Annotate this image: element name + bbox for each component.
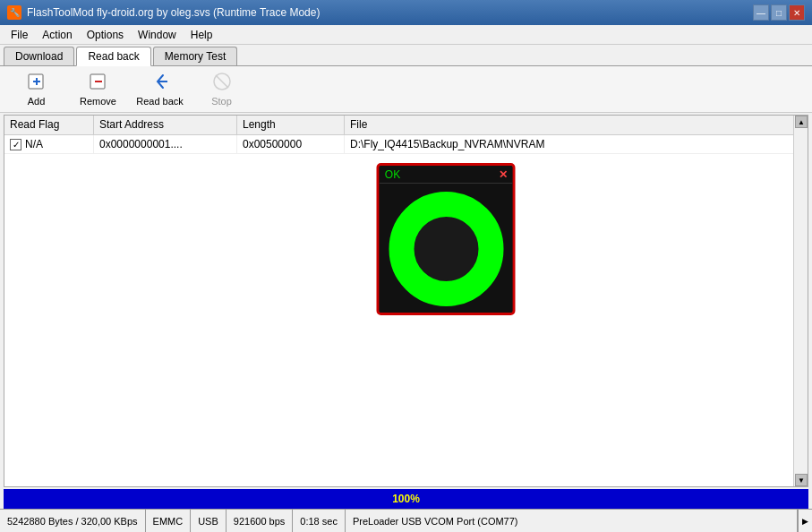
table-row[interactable]: ✓ N/A 0x0000000001.... 0x00500000 D:\Fly… (4, 135, 808, 154)
toolbar: Add Remove Read back (0, 66, 812, 113)
baud-info: 921600 bps (227, 510, 294, 532)
row-checkbox[interactable]: ✓ (10, 139, 21, 150)
stop-icon (212, 72, 232, 91)
add-label: Add (28, 96, 46, 107)
progress-dialog: OK ✕ (377, 163, 516, 315)
menu-action[interactable]: Action (35, 27, 79, 43)
dialog-close-button[interactable]: ✕ (499, 168, 508, 181)
svg-point-9 (415, 218, 477, 280)
close-button[interactable]: ✕ (789, 4, 805, 21)
remove-button[interactable]: Remove (69, 70, 127, 109)
bottom-scrollbar[interactable]: ▶ (798, 510, 812, 533)
col-start-address: Start Address (94, 116, 237, 134)
menu-help[interactable]: Help (184, 27, 220, 43)
dialog-title-bar: OK ✕ (380, 166, 513, 184)
svg-line-6 (216, 75, 228, 88)
port-info: PreLoader USB VCOM Port (COM77) (346, 510, 798, 532)
cell-read-flag: ✓ N/A (4, 135, 94, 153)
time-info: 0:18 sec (293, 510, 346, 532)
minimize-button[interactable]: — (753, 4, 769, 21)
menu-file[interactable]: File (4, 27, 35, 43)
bytes-info: 5242880 Bytes / 320,00 KBps (0, 510, 146, 532)
stop-label: Stop (211, 96, 232, 107)
connection-info: USB (191, 510, 227, 532)
cell-length: 0x00500000 (237, 135, 345, 153)
tab-bar: Download Read back Memory Test (0, 45, 812, 66)
tab-memory-test[interactable]: Memory Test (153, 47, 237, 65)
cell-start-address: 0x0000000001.... (94, 135, 237, 153)
read-back-icon (150, 72, 170, 91)
remove-icon (89, 72, 108, 91)
title-bar-left: 🔧 FlashToolMod fly-droid.org by oleg.svs… (7, 5, 320, 20)
table-header: Read Flag Start Address Length File (4, 116, 808, 135)
window-controls: — □ ✕ (753, 4, 805, 21)
storage-info: EMMC (146, 510, 192, 532)
add-icon (27, 72, 47, 91)
scrollbar[interactable]: ▲ ▼ (793, 116, 808, 486)
tab-download[interactable]: Download (4, 47, 74, 65)
window-title: FlashToolMod fly-droid.org by oleg.svs (… (27, 6, 320, 19)
dialog-body (380, 184, 513, 314)
menu-bar: File Action Options Window Help (0, 25, 812, 45)
col-length: Length (237, 116, 345, 134)
col-file: File (345, 116, 808, 134)
progress-donut (388, 191, 504, 307)
tab-read-back[interactable]: Read back (76, 47, 150, 66)
maximize-button[interactable]: □ (771, 4, 787, 21)
menu-window[interactable]: Window (131, 27, 184, 43)
app-icon: 🔧 (7, 5, 21, 20)
add-button[interactable]: Add (7, 70, 65, 109)
title-bar: 🔧 FlashToolMod fly-droid.org by oleg.svs… (0, 0, 812, 25)
status-text: 100% (392, 493, 420, 505)
dialog-title: OK (385, 168, 400, 181)
stop-button[interactable]: Stop (192, 70, 251, 109)
bottom-bar: 5242880 Bytes / 320,00 KBps EMMC USB 921… (0, 509, 812, 532)
remove-label: Remove (80, 96, 116, 107)
cell-file: D:\Fly_IQ4415\Backup_NVRAM\NVRAM (345, 135, 808, 153)
col-read-flag: Read Flag (4, 116, 94, 134)
read-back-label: Read back (136, 96, 184, 107)
menu-options[interactable]: Options (80, 27, 131, 43)
status-bar: 100% (4, 489, 808, 509)
read-back-button[interactable]: Read back (131, 70, 189, 109)
